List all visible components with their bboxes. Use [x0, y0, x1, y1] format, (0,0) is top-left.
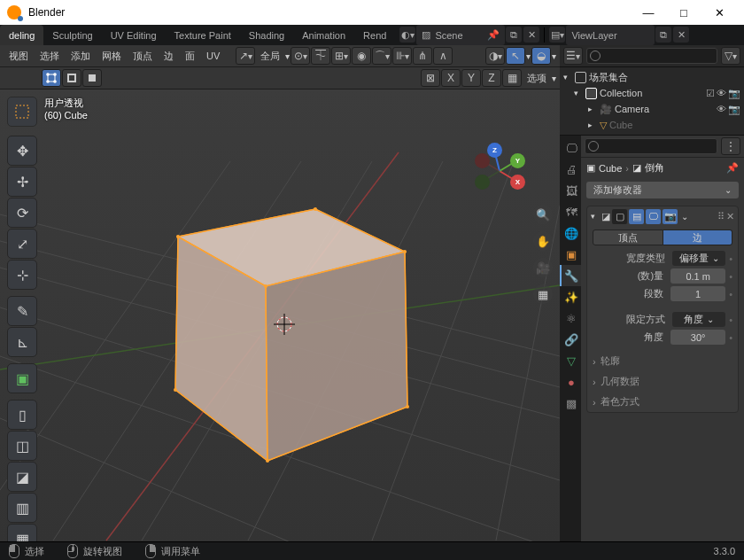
ptab-modifier[interactable]: 🔧 — [560, 265, 581, 286]
copy-scene-button[interactable]: ⧉ — [506, 27, 522, 43]
menu-view[interactable]: 视图 — [4, 50, 34, 63]
gizmo-y[interactable]: Y — [510, 153, 525, 168]
tool-cursor[interactable]: ✥ — [7, 136, 37, 166]
mod-display-edit[interactable]: ▤ — [629, 209, 644, 224]
axis-y-btn[interactable]: Y — [461, 69, 481, 87]
menu-edge[interactable]: 边 — [159, 50, 179, 63]
tool-add-cube[interactable]: ▣ — [7, 363, 37, 393]
properties-options-icon[interactable]: ⋮ — [721, 137, 740, 155]
camera-icon[interactable]: 📷 — [728, 88, 740, 99]
properties-search[interactable] — [585, 138, 717, 154]
animate-dot-icon[interactable]: • — [729, 253, 732, 264]
snap-toggle[interactable]: ⏇ — [311, 47, 330, 65]
disclosure-icon[interactable]: ▾ — [591, 212, 600, 221]
animate-dot-icon[interactable]: • — [729, 332, 732, 343]
tree-cube[interactable]: ▸ ▽ Cube — [560, 117, 744, 133]
options-chevron[interactable]: ▾ — [552, 74, 556, 83]
visibility-dropdown[interactable]: ◑▾ — [485, 47, 505, 65]
axis-x-btn[interactable]: X — [441, 69, 461, 87]
tool-scale[interactable]: ⤢ — [7, 229, 37, 259]
tree-camera[interactable]: ▸ 🎥 Camera 👁📷 — [560, 101, 744, 117]
mod-close-icon[interactable]: ✕ — [726, 211, 734, 222]
outliner-search[interactable] — [586, 48, 717, 64]
tool-transform[interactable]: ⊹ — [7, 260, 37, 290]
gizmo-neg-y[interactable] — [475, 175, 490, 190]
ptab-physics[interactable]: ⚛ — [560, 307, 581, 329]
bc-modifier[interactable]: 倒角 — [645, 161, 664, 175]
orientation-dropdown[interactable]: ↗▾ — [236, 47, 255, 65]
tool-rotate[interactable]: ⟳ — [7, 198, 37, 228]
menu-face[interactable]: 面 — [180, 50, 200, 63]
subpanel-shading[interactable]: ›着色方式 — [587, 392, 738, 412]
gizmo-dropdown[interactable]: ▾ — [526, 51, 531, 61]
remove-layer-button[interactable]: ✕ — [673, 27, 689, 43]
ptab-constraint[interactable]: 🔗 — [560, 329, 581, 350]
field-limit[interactable]: 角度⌄ — [672, 312, 725, 327]
field-amount[interactable]: 0.1 m — [670, 268, 725, 284]
workspace-tab-sculpting[interactable]: Sculpting — [43, 25, 101, 45]
scene-field[interactable]: ▨ Scene 📌 — [416, 25, 505, 45]
zoom-button[interactable]: 🔍 — [533, 205, 553, 224]
tool-extrude[interactable]: ▯ — [7, 400, 37, 430]
3d-viewport[interactable]: 用户透视 (60) Cube ✥ ✢ ⟳ ⤢ ⊹ ✎ ⊾ ▣ ▯ ◫ ◪ ▥ ▦ — [0, 89, 560, 541]
bevel-tab-vertex[interactable]: 顶点 — [593, 229, 663, 245]
field-angle[interactable]: 30° — [670, 330, 725, 345]
disclosure-icon[interactable]: ▸ — [588, 121, 597, 129]
mod-menu-icon[interactable]: ⠿ — [717, 211, 725, 222]
selectmode-edge[interactable] — [62, 69, 81, 87]
browse-layer-icon[interactable]: ▤▾ — [549, 27, 565, 43]
disclosure-icon[interactable]: ▾ — [574, 89, 583, 97]
ortho-button[interactable]: ▦ — [533, 284, 553, 304]
mesh-options-1[interactable]: ⋔ — [413, 47, 432, 65]
ptab-material[interactable]: ● — [560, 371, 581, 393]
disclosure-icon[interactable]: ▾ — [563, 73, 572, 82]
selectmode-face[interactable] — [82, 69, 102, 87]
minimize-button[interactable]: — — [631, 0, 666, 25]
ptab-particle[interactable]: ✨ — [560, 286, 581, 307]
subpanel-geometry[interactable]: ›几何数据 — [587, 371, 738, 392]
tool-annotate[interactable]: ✎ — [7, 296, 37, 326]
pivot-dropdown[interactable]: ⊙▾ — [291, 47, 310, 65]
workspace-tab-render[interactable]: Rend — [354, 25, 395, 45]
ptab-output[interactable]: 🖨 — [560, 159, 581, 180]
selectmode-vertex[interactable] — [42, 69, 61, 87]
pan-button[interactable]: ✋ — [533, 231, 553, 251]
mod-display-cage[interactable]: ▢ — [612, 209, 627, 224]
ptab-object[interactable]: ▣ — [560, 244, 581, 265]
propedit-dropdown[interactable]: ⌒▾ — [372, 47, 391, 65]
toggle-xray-mesh-icon[interactable]: ⊠ — [421, 69, 440, 87]
outliner-filter-icon[interactable]: ▽▾ — [721, 47, 740, 65]
close-button[interactable]: ✕ — [701, 0, 737, 25]
viewlayer-field[interactable]: ViewLayer — [566, 25, 655, 45]
new-scene-button[interactable]: ✕ — [523, 27, 539, 43]
mesh-options-2[interactable]: ∧ — [433, 47, 453, 65]
eye-icon[interactable]: 👁 — [717, 88, 726, 99]
pin-icon[interactable]: 📌 — [726, 162, 739, 174]
tool-loopcut[interactable]: ▥ — [7, 493, 37, 523]
tree-scene-collection[interactable]: ▾ 场景集合 — [560, 69, 744, 85]
animate-dot-icon[interactable]: • — [729, 271, 732, 282]
gizmo-toggle[interactable]: ↖ — [506, 47, 525, 65]
ptab-viewlayer[interactable]: 🖼 — [560, 180, 581, 201]
orientation-label[interactable]: 全局 — [256, 50, 284, 63]
workspace-tab-texture[interactable]: Texture Paint — [166, 25, 240, 45]
snap-dropdown[interactable]: ⊞▾ — [331, 47, 351, 65]
camera-button[interactable]: 🎥 — [533, 258, 553, 277]
disclosure-icon[interactable]: ▸ — [588, 105, 597, 113]
field-segments[interactable]: 1 — [670, 286, 725, 301]
gizmo-z[interactable]: Z — [487, 143, 502, 158]
bevel-tab-edge[interactable]: 边 — [663, 229, 733, 245]
ptab-render[interactable]: 🖵 — [560, 137, 581, 159]
mod-display-realtime[interactable]: 🖵 — [646, 209, 661, 224]
mod-extras-dropdown[interactable]: ⌄ — [681, 212, 688, 222]
overlay-dropdown[interactable]: ▾ — [552, 51, 556, 61]
ptab-data[interactable]: ▽ — [560, 350, 581, 371]
gizmo-neg-x[interactable] — [475, 153, 490, 168]
field-width-type[interactable]: 偏移量⌄ — [672, 251, 725, 266]
menu-select[interactable]: 选择 — [35, 50, 65, 63]
ptab-scene[interactable]: 🗺 — [560, 201, 581, 222]
browse-scene-icon[interactable]: ◐▾ — [399, 27, 415, 43]
subpanel-profile[interactable]: ›轮廓 — [587, 351, 738, 371]
workspace-tab-uv[interactable]: UV Editing — [102, 25, 166, 45]
tool-move[interactable]: ✢ — [7, 167, 37, 197]
